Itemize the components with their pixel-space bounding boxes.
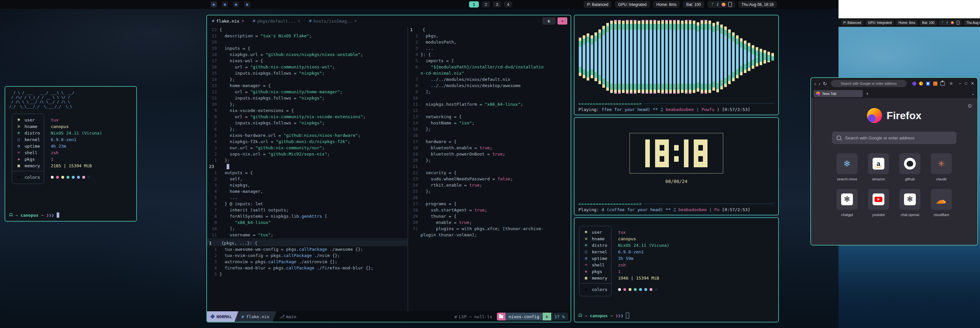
line-number: 1 xyxy=(207,241,221,246)
line-text: networking = { xyxy=(420,114,461,119)
newtab-search-input[interactable]: Search with Google or enter address xyxy=(832,132,956,144)
shortcut-chatgpt[interactable]: ✻chatgpt xyxy=(831,189,863,217)
pane-flake-nix[interactable]: 22{21 description = "tux's NixOS Flake";… xyxy=(207,27,407,311)
hostname-icon: ≡ xyxy=(16,124,21,128)
cava-bar xyxy=(583,35,585,78)
color-dot xyxy=(51,176,54,179)
terminal-fetch-right[interactable]: ☻user≡hname❄distro▢kernel◔uptime⌨shell◈p… xyxy=(574,217,779,322)
horizontal-split[interactable] xyxy=(207,239,407,239)
line-number: 2 xyxy=(207,152,220,157)
clock-digit-1 xyxy=(684,139,689,167)
extension-swoosh-icon[interactable] xyxy=(919,81,923,86)
minimize-button[interactable]: – xyxy=(959,81,961,86)
cursor xyxy=(57,212,59,218)
line-text: bluetooth.enable = true; xyxy=(420,145,492,150)
code-line: 17 nixos-wsl = { xyxy=(207,58,407,64)
line-number: 30 xyxy=(408,220,420,225)
code-line: 12 url = "github:nix-community/home-mana… xyxy=(207,89,407,95)
reload-button[interactable]: ↻ xyxy=(823,81,827,86)
workspace-tag-1[interactable]: 1 xyxy=(469,1,479,8)
workspace-tag-3[interactable]: 3 xyxy=(493,1,501,8)
fetch-value-distro: NixOS 24.11 (Vicuna) xyxy=(51,130,102,136)
cava-bar xyxy=(744,41,746,73)
pane-iso-image[interactable]: 1{1 pkgs,2 modulesPath,3 ...4}: {5 impor… xyxy=(408,27,571,311)
color-dot xyxy=(88,176,91,179)
editor-tab-hosts-isoImag-[interactable]: ❄hosts/isoImag..× xyxy=(309,19,357,24)
fetch-value-uptime: 3h 59m xyxy=(618,255,670,261)
terminal-fetch-left[interactable]: / \ / ___ ___/ ___\ \ __/ / /\/ / (_)_/ … xyxy=(5,86,137,222)
workspace-tag-2[interactable]: 2 xyxy=(482,1,490,8)
firefox-window[interactable]: ‹ › ↻ Search with Google or enter addres… xyxy=(810,77,978,246)
menu-button[interactable]: ≡ xyxy=(950,81,953,86)
progress-rule xyxy=(644,204,774,204)
tab-close-icon[interactable]: × xyxy=(242,19,244,23)
shortcut-search-nixos[interactable]: ❄search.nixos xyxy=(831,153,863,181)
editor-tabline: ❄flake.nix×❄pkgs/default...×❄hosts/isoIm… xyxy=(207,15,571,27)
cava-bar xyxy=(772,53,774,60)
line-number: 16 xyxy=(408,133,420,138)
neovim-window[interactable]: ❄flake.nix×❄pkgs/default...×❄hosts/isoIm… xyxy=(206,15,571,322)
line-text: plugins = with pkgs.xfce; [thunar-archiv… xyxy=(420,226,544,231)
launcher-app-icon[interactable]: ◆ xyxy=(222,1,228,8)
shortcut-chat-openai[interactable]: ✻chat.openai xyxy=(894,189,926,217)
line-text: programs = { xyxy=(420,201,457,206)
code-line: 10 }; xyxy=(207,101,407,107)
cava-bar xyxy=(681,21,684,93)
shortcut-label: search.nixos xyxy=(837,177,857,181)
terminal-clock[interactable]: 08/08/24 =====================>Playing: … xyxy=(574,117,779,215)
fetch-value-user: tux xyxy=(618,229,670,235)
line-number: 1 xyxy=(207,170,220,175)
clock-pill: Thu Aug 08, 18:18 xyxy=(738,1,777,8)
shortcut-youtube[interactable]: youtube xyxy=(863,189,894,217)
line-number: 20 xyxy=(207,40,220,44)
launcher-icons: ◆◆◆◆ xyxy=(211,1,250,8)
fetch-value-memory: 2185 | 15394 MiB xyxy=(51,162,102,169)
new-tab-button[interactable]: + xyxy=(866,91,869,96)
window-close-button[interactable]: ✕ xyxy=(557,17,567,25)
extension-diamond-icon[interactable] xyxy=(912,81,917,86)
tab-overflow-chevron-icon[interactable]: ⌄ xyxy=(972,91,975,96)
line-number: 23 xyxy=(207,164,221,169)
tab-close-icon[interactable]: × xyxy=(354,19,356,23)
code-line: 13 home-manager = { xyxy=(207,82,407,89)
launcher-app-icon[interactable]: ◆ xyxy=(233,1,239,8)
editor-tab-pkgs-default-[interactable]: ❄pkgs/default...× xyxy=(253,19,301,24)
line-text: self, xyxy=(220,176,242,181)
terminal-cava[interactable]: =====================>Playing: ffee for … xyxy=(574,15,779,115)
phone-icon xyxy=(957,21,959,25)
line-number: 11 xyxy=(207,233,220,237)
firefox-logo xyxy=(867,108,882,123)
maximize-button[interactable]: □ xyxy=(965,81,967,86)
fox-extension-icon[interactable] xyxy=(933,81,937,86)
window-toggle-button[interactable]: ◐ xyxy=(542,17,555,25)
editor-tab-flake-nix[interactable]: ❄flake.nix× xyxy=(212,19,244,24)
url-bar[interactable]: Search with Google or enter address xyxy=(831,80,907,87)
tab-new-tab[interactable]: New Tab xyxy=(814,90,863,97)
launcher-app-icon[interactable]: ◆ xyxy=(211,1,217,8)
palette-icon: ✿ xyxy=(583,287,589,292)
cava-bar xyxy=(764,50,766,63)
close-button[interactable]: ✕ xyxy=(971,81,974,86)
shortcut-cloudflare[interactable]: ☁☁cloudflare xyxy=(926,189,957,217)
tab-close-icon[interactable]: × xyxy=(298,19,301,23)
shortcut-github[interactable]: github xyxy=(894,153,926,181)
shortcut-amazon[interactable]: aamazon xyxy=(863,153,894,181)
cava-bar xyxy=(602,26,605,88)
launcher-app-icon[interactable]: ◆ xyxy=(244,1,250,8)
cava-bar xyxy=(701,20,703,93)
line-number: 5 xyxy=(207,195,220,200)
line-number: 31 xyxy=(408,226,420,231)
page-settings-gear-icon[interactable]: ⚙ xyxy=(967,103,972,109)
line-number: 27 xyxy=(408,201,420,206)
status-pill: Bat: 100 xyxy=(683,1,704,8)
line-text: bluetooth.powerOnBoot = true; xyxy=(420,152,505,157)
extensions-puzzle-icon[interactable] xyxy=(940,81,945,86)
back-button[interactable]: ‹ xyxy=(814,81,816,86)
code-line: 27 programs = { xyxy=(408,201,571,207)
workspace-tag-4[interactable]: 4 xyxy=(504,1,512,8)
line-number: 25 xyxy=(408,189,420,194)
shortcut-claude[interactable]: ✳claude xyxy=(926,153,957,181)
forward-button[interactable]: › xyxy=(819,81,820,86)
bitwarden-icon[interactable] xyxy=(926,81,930,86)
github-icon xyxy=(904,158,916,170)
